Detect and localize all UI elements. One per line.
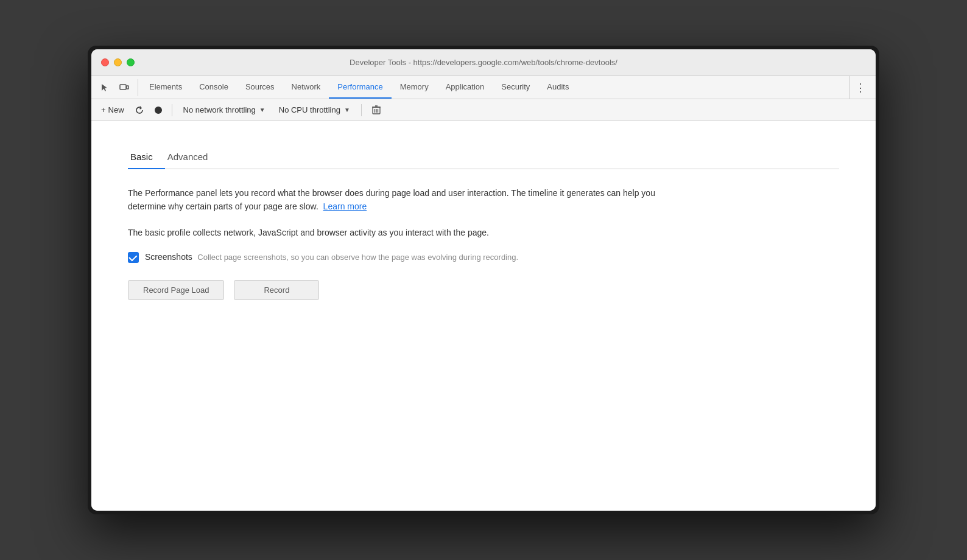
record-dot-icon: [155, 107, 162, 114]
description-1: The Performance panel lets you record wh…: [128, 186, 676, 214]
tab-network[interactable]: Network: [283, 76, 329, 99]
svg-rect-0: [120, 85, 126, 89]
close-button[interactable]: [101, 58, 109, 66]
traffic-lights: [101, 58, 135, 66]
trash-icon: [372, 105, 381, 115]
window-title: Developer Tools - https://developers.goo…: [350, 58, 617, 67]
screenshots-label-group: Screenshots Collect page screenshots, so…: [145, 251, 518, 262]
svg-rect-1: [127, 86, 128, 89]
description-2: The basic profile collects network, Java…: [128, 226, 676, 239]
reload-icon: [135, 106, 144, 114]
screenshots-label: Screenshots: [145, 252, 192, 262]
tab-elements[interactable]: Elements: [141, 76, 191, 99]
learn-more-link[interactable]: Learn more: [323, 201, 367, 211]
network-throttle-label: No network throttling: [183, 105, 256, 114]
record-button[interactable]: [151, 105, 166, 116]
screenshots-row: Screenshots Collect page screenshots, so…: [128, 251, 676, 263]
tab-advanced[interactable]: Advanced: [165, 145, 220, 169]
network-throttle-arrow-icon: ▼: [259, 107, 265, 113]
cpu-throttle-arrow-icon: ▼: [344, 107, 350, 113]
devtools-tabs: Elements Console Sources Network Perform…: [141, 76, 849, 99]
tab-application[interactable]: Application: [437, 76, 493, 99]
panel-basic-content: The Performance panel lets you record wh…: [128, 186, 676, 300]
cpu-throttle-label: No CPU throttling: [279, 105, 340, 114]
title-bar: Developer Tools - https://developers.goo…: [91, 49, 876, 76]
device-mode-icon[interactable]: [116, 79, 133, 96]
cpu-throttle-dropdown[interactable]: No CPU throttling ▼: [274, 103, 355, 116]
devtools-window: Developer Tools - https://developers.goo…: [88, 46, 879, 514]
network-throttle-dropdown[interactable]: No network throttling ▼: [178, 103, 270, 116]
toolbar-separator-1: [172, 104, 172, 116]
tab-audits[interactable]: Audits: [538, 76, 577, 99]
reload-button[interactable]: [132, 104, 147, 116]
action-buttons: Record Page Load Record: [128, 280, 676, 300]
plus-icon: +: [101, 105, 106, 114]
tab-performance[interactable]: Performance: [329, 76, 391, 99]
new-button[interactable]: + New: [97, 103, 128, 116]
cursor-icon[interactable]: [96, 79, 113, 96]
toolbar-separator-2: [361, 104, 362, 116]
record-page-load-button[interactable]: Record Page Load: [128, 280, 224, 300]
perf-toolbar: + New No network throttling ▼ No CPU thr…: [91, 99, 876, 121]
main-content: Basic Advanced The Performance panel let…: [91, 121, 876, 511]
screenshots-description: Collect page screenshots, so you can obs…: [197, 253, 518, 262]
toolbar-icons: [96, 79, 138, 96]
tab-console[interactable]: Console: [191, 76, 237, 99]
clear-button[interactable]: [368, 102, 385, 119]
tab-security[interactable]: Security: [493, 76, 538, 99]
window-frame: Developer Tools - https://developers.goo…: [91, 49, 876, 511]
new-label: New: [108, 105, 124, 114]
tab-basic[interactable]: Basic: [128, 145, 165, 169]
tab-memory[interactable]: Memory: [392, 76, 437, 99]
devtools-tabbar: Elements Console Sources Network Perform…: [91, 76, 876, 99]
maximize-button[interactable]: [127, 58, 135, 66]
minimize-button[interactable]: [114, 58, 122, 66]
more-tabs-button[interactable]: ⋮: [849, 76, 871, 99]
panel-tabs: Basic Advanced: [128, 145, 839, 169]
screenshots-checkbox[interactable]: [128, 252, 139, 263]
record-button-main[interactable]: Record: [234, 280, 319, 300]
tab-sources[interactable]: Sources: [237, 76, 283, 99]
